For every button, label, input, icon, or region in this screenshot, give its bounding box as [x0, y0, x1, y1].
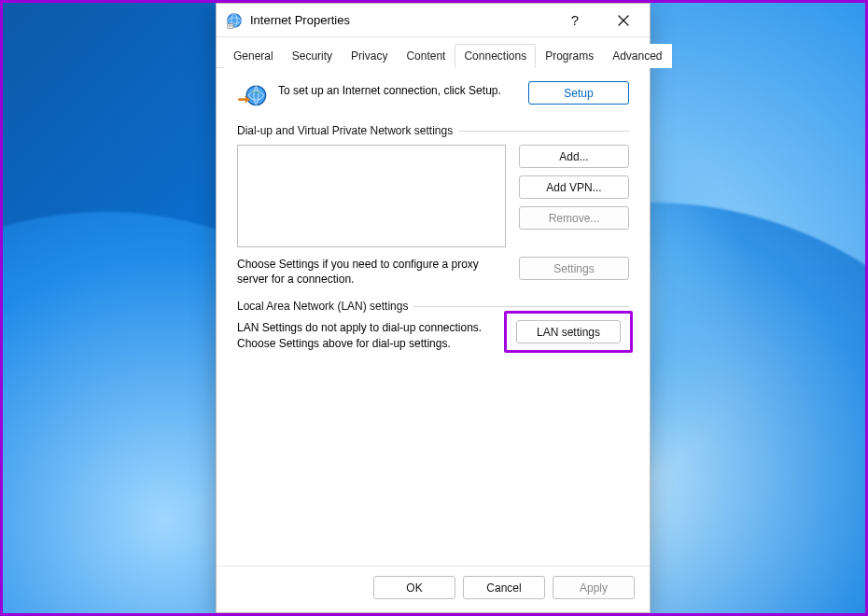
annotation-highlight: LAN settings	[504, 311, 633, 353]
tabstrip: General Security Privacy Content Connect…	[217, 37, 650, 68]
dialup-vpn-group: Dial-up and Virtual Private Network sett…	[237, 124, 629, 287]
add-button[interactable]: Add...	[519, 145, 629, 168]
titlebar[interactable]: Internet Properties ?	[217, 4, 650, 37]
setup-row: To set up an Internet connection, click …	[237, 81, 629, 113]
connection-settings-button: Settings	[519, 257, 629, 280]
setup-button[interactable]: Setup	[528, 81, 629, 105]
tab-privacy[interactable]: Privacy	[342, 44, 397, 68]
connections-panel: To set up an Internet connection, click …	[217, 68, 650, 566]
tab-security[interactable]: Security	[283, 44, 342, 68]
svg-point-6	[246, 86, 265, 105]
cancel-button[interactable]: Cancel	[463, 576, 545, 599]
apply-button: Apply	[553, 576, 635, 599]
window-title: Internet Properties	[250, 13, 547, 27]
proxy-settings-note: Choose Settings if you need to configure…	[237, 257, 506, 287]
internet-options-icon	[226, 12, 243, 29]
add-vpn-button[interactable]: Add VPN...	[519, 175, 629, 199]
dialup-vpn-legend: Dial-up and Virtual Private Network sett…	[237, 124, 453, 137]
connections-listbox[interactable]	[237, 145, 506, 247]
tab-general[interactable]: General	[224, 44, 283, 68]
tab-advanced[interactable]: Advanced	[603, 44, 671, 68]
desktop-background: Internet Properties ? General Security P…	[0, 0, 868, 616]
internet-properties-dialog: Internet Properties ? General Security P…	[216, 3, 651, 613]
lan-group: Local Area Network (LAN) settings LAN Se…	[237, 300, 629, 350]
tab-programs[interactable]: Programs	[536, 44, 603, 68]
tab-content[interactable]: Content	[397, 44, 455, 68]
remove-button: Remove...	[519, 206, 629, 230]
connection-wizard-icon	[237, 81, 269, 113]
tab-connections[interactable]: Connections	[455, 44, 536, 68]
setup-instruction: To set up an Internet connection, click …	[278, 81, 519, 98]
lan-legend: Local Area Network (LAN) settings	[237, 300, 408, 313]
help-button[interactable]: ?	[554, 6, 595, 35]
ok-button[interactable]: OK	[373, 576, 455, 599]
dialog-footer: OK Cancel Apply	[217, 566, 650, 612]
close-button[interactable]	[603, 6, 644, 35]
lan-note: LAN Settings do not apply to dial-up con…	[237, 320, 491, 350]
lan-settings-button[interactable]: LAN settings	[516, 320, 621, 343]
